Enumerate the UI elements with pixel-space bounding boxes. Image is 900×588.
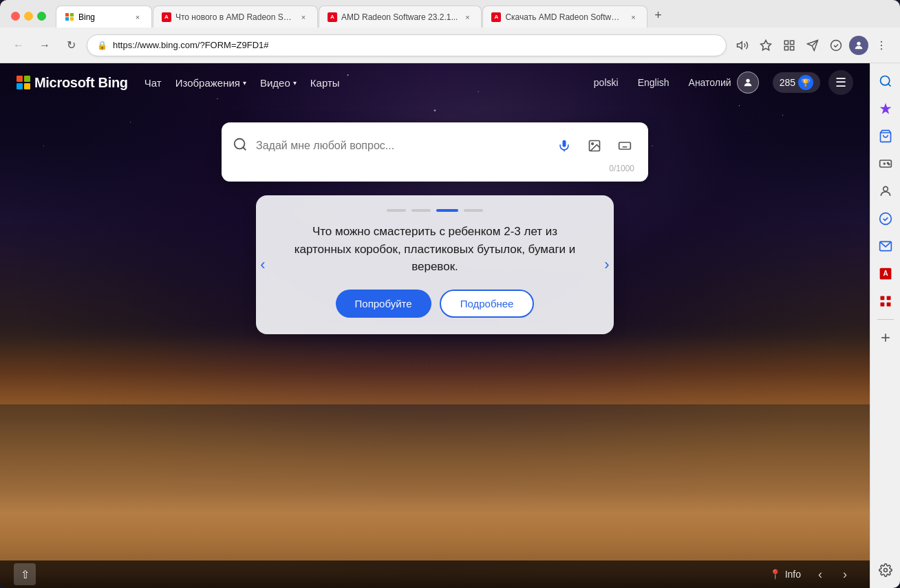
slide-dot-4	[464, 209, 483, 212]
search-actions	[552, 133, 637, 158]
slide-prev-button[interactable]: ‹	[250, 252, 275, 277]
search-icon	[233, 137, 248, 155]
browser-window: Bing × A Что нового в AMD Radeon So... ×…	[0, 0, 900, 588]
sidebar-divider	[877, 319, 894, 320]
nav-images-chevron: ▾	[243, 79, 246, 87]
tab-amd3-title: Скачать AMD Radeon Softwar...	[505, 12, 623, 22]
ms-sq-red	[17, 76, 23, 82]
svg-point-31	[883, 186, 888, 191]
sidebar-search-button[interactable]	[873, 69, 898, 94]
lang-english[interactable]: English	[632, 74, 675, 91]
bing-favicon	[65, 12, 74, 22]
bing-menu-button[interactable]: ☰	[828, 70, 853, 95]
location-icon: 📍	[769, 569, 781, 580]
tab-amd3[interactable]: A Скачать AMD Radeon Softwar... ×	[482, 6, 647, 28]
tab-amd1[interactable]: A Что нового в AMD Radeon So... ×	[153, 6, 318, 28]
read-aloud-button[interactable]	[732, 35, 753, 56]
svg-rect-15	[563, 140, 566, 147]
sidebar-profile-button[interactable]	[873, 179, 898, 204]
sidebar-adobe-button[interactable]: A	[873, 261, 898, 286]
keyboard-button[interactable]	[612, 133, 637, 158]
svg-point-10	[881, 44, 882, 45]
bottom-prev-button[interactable]: ‹	[809, 563, 831, 585]
amd3-favicon-icon: A	[491, 12, 501, 22]
nav-maps[interactable]: Карты	[310, 77, 340, 89]
suggestion-buttons: Попробуйте Подробнее	[289, 290, 581, 318]
back-button[interactable]: ←	[8, 35, 29, 56]
slide-dot-3	[436, 209, 458, 212]
send-button[interactable]	[802, 35, 823, 56]
window-minimize-button[interactable]	[24, 12, 33, 21]
sidebar-mail-button[interactable]	[873, 234, 898, 259]
window-maximize-button[interactable]	[37, 12, 46, 21]
copilot-address-button[interactable]	[826, 35, 846, 56]
refresh-button[interactable]: ↻	[61, 35, 81, 56]
collections-button[interactable]	[779, 35, 800, 56]
address-bar-actions	[732, 35, 892, 56]
svg-rect-37	[886, 296, 890, 301]
svg-point-32	[879, 213, 891, 225]
favorites-button[interactable]	[756, 35, 776, 56]
sidebar-add-button[interactable]	[873, 325, 898, 350]
slide-next-button[interactable]: ›	[594, 252, 619, 277]
forward-button[interactable]: →	[34, 35, 55, 56]
info-label: Info	[785, 569, 801, 580]
user-profile-button[interactable]: Анатолий	[683, 69, 764, 96]
user-avatar[interactable]	[849, 36, 868, 55]
new-tab-button[interactable]: +	[648, 6, 667, 25]
search-input-row	[233, 133, 637, 158]
tab-bing-close[interactable]: ×	[132, 12, 143, 23]
tab-amd2[interactable]: A AMD Radeon Software 23.2.1... ×	[319, 6, 482, 28]
bing-points[interactable]: 285 🏆	[773, 72, 820, 93]
bottom-info[interactable]: 📍 Info	[769, 569, 801, 580]
window-close-button[interactable]	[11, 12, 20, 21]
sidebar-games-button[interactable]	[873, 151, 898, 176]
tab-amd3-close[interactable]: ×	[628, 12, 639, 23]
svg-rect-39	[886, 303, 890, 307]
svg-point-9	[881, 41, 882, 42]
nav-chat[interactable]: Чат	[144, 77, 162, 89]
tab-amd2-close[interactable]: ×	[462, 12, 473, 23]
tab-amd1-close[interactable]: ×	[298, 12, 309, 23]
search-box: 0/1000	[222, 122, 648, 182]
svg-rect-19	[619, 142, 631, 149]
tab-bing[interactable]: Bing ×	[56, 6, 152, 28]
scroll-up-button[interactable]: ⇧	[14, 563, 36, 585]
amd2-favicon-icon: A	[328, 12, 337, 22]
sidebar-copilot-button[interactable]	[873, 96, 898, 121]
amd3-favicon: A	[491, 12, 501, 22]
lang-polski[interactable]: polski	[588, 74, 624, 91]
ms-sq-yellow	[24, 83, 30, 89]
bing-logo[interactable]: Microsoft Bing	[17, 75, 128, 91]
browser-menu-button[interactable]	[871, 35, 892, 56]
svg-point-12	[746, 79, 749, 83]
try-button[interactable]: Попробуйте	[336, 290, 431, 318]
ms-sq-blue	[17, 83, 23, 89]
svg-point-11	[881, 48, 882, 50]
address-input[interactable]	[113, 40, 716, 50]
svg-rect-1	[784, 41, 788, 44]
address-input-wrapper: 🔒	[87, 34, 727, 56]
nav-images[interactable]: Изображения ▾	[175, 77, 246, 89]
sidebar-shopping-button[interactable]	[873, 124, 898, 149]
right-sidebar: A	[870, 63, 900, 588]
voice-search-button[interactable]	[552, 133, 577, 158]
sidebar-ai-button[interactable]	[873, 206, 898, 231]
svg-rect-2	[791, 41, 794, 44]
image-search-button[interactable]	[582, 133, 607, 158]
svg-rect-3	[784, 46, 788, 50]
nav-video[interactable]: Видео ▾	[260, 77, 297, 89]
more-button[interactable]: Подробнее	[440, 290, 535, 318]
bottom-next-button[interactable]: ›	[834, 563, 856, 585]
bing-logo-text: Microsoft Bing	[34, 75, 128, 91]
window-controls	[6, 12, 52, 28]
svg-rect-36	[880, 296, 884, 301]
browser-content: Microsoft Bing Чат Изображения ▾ Видео ▾…	[0, 63, 900, 588]
tab-amd1-title: Что нового в AMD Radeon So...	[175, 12, 294, 22]
svg-point-30	[888, 164, 890, 165]
sidebar-settings-button[interactable]	[873, 558, 898, 582]
search-container: 0/1000	[0, 122, 870, 182]
search-input[interactable]	[256, 140, 544, 152]
sidebar-apps-button[interactable]	[873, 289, 898, 314]
bing-header-right: polski English Анатолий 285 🏆 ☰	[588, 69, 853, 96]
